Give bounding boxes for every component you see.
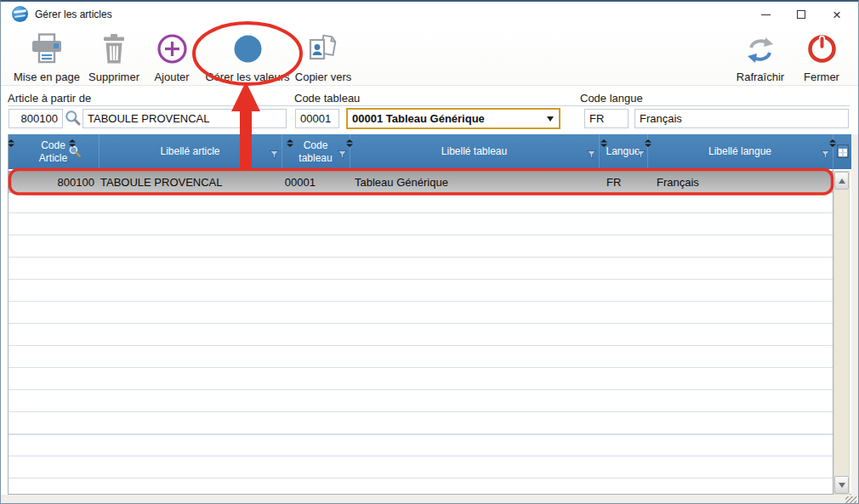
copy-to-icon — [307, 34, 339, 68]
plus-circle-icon — [156, 33, 188, 68]
form-underline — [8, 105, 850, 106]
window: Gérer les articles × Mise en page — [0, 0, 859, 504]
rafraichir-button[interactable]: Rafraîchir — [731, 29, 790, 83]
cell-libelle-article: TABOULE PROVENCAL — [100, 176, 223, 189]
maximize-icon — [797, 10, 805, 19]
copier-vers-button[interactable]: Copier vers — [294, 29, 352, 83]
column-chooser-icon[interactable] — [837, 144, 849, 161]
dropdown-arrow-icon[interactable] — [542, 110, 559, 127]
gerer-les-valeurs-label: Gérer les valeurs — [206, 71, 290, 83]
close-button[interactable]: × — [819, 2, 855, 27]
fermer-button[interactable]: Fermer — [794, 29, 849, 83]
mise-en-page-label: Mise en page — [14, 71, 80, 83]
maximize-button[interactable] — [783, 2, 819, 27]
filter-icon[interactable] — [270, 147, 279, 162]
search-magnifier-icon[interactable] — [65, 110, 81, 129]
window-title: Gérer les articles — [35, 8, 112, 20]
trash-icon — [101, 34, 127, 68]
supprimer-label: Supprimer — [88, 71, 139, 83]
empty-grid-rows[interactable] — [9, 193, 833, 494]
langue-code-input[interactable]: FR — [584, 109, 629, 128]
cell-langue: FR — [606, 176, 621, 189]
copier-vers-label: Copier vers — [295, 71, 351, 83]
column-separator — [282, 134, 282, 169]
scroll-up-button[interactable] — [834, 172, 849, 190]
title-bar: Gérer les articles × — [1, 2, 858, 27]
close-icon: × — [833, 8, 841, 22]
column-resize-handle[interactable] — [829, 135, 836, 150]
column-separator — [99, 134, 100, 169]
minimize-icon — [761, 14, 771, 15]
tableau-dropdown-value: 00001 Tableau Générique — [348, 112, 542, 125]
minimize-button[interactable] — [748, 2, 783, 27]
langue-group-label: Code langue — [580, 92, 643, 105]
article-code-input[interactable]: 800100 — [9, 109, 63, 128]
app-logo-icon — [12, 6, 28, 22]
toolbar: Mise en page Supprimer — [1, 27, 858, 86]
filter-form: Article à partir de Code tableau Code la… — [1, 86, 858, 134]
tableau-code-input[interactable]: 00001 — [295, 109, 339, 128]
cell-libelle-tableau: Tableau Générique — [355, 176, 448, 189]
scroll-up-icon — [839, 178, 845, 184]
scroll-down-button[interactable] — [834, 476, 849, 494]
column-resize-handle[interactable] — [8, 135, 14, 150]
window-frame-right — [851, 134, 858, 495]
column-header-libelle-tableau[interactable]: Libellé tableau — [350, 134, 599, 169]
supprimer-button[interactable]: Supprimer — [83, 29, 145, 83]
column-header-libelle-langue[interactable]: Libellé langue — [647, 134, 833, 169]
vertical-scrollbar[interactable] — [833, 171, 850, 495]
printer-icon — [30, 33, 64, 68]
mise-en-page-button[interactable]: Mise en page — [9, 29, 84, 83]
ajouter-button[interactable]: Ajouter — [147, 29, 196, 83]
column-resize-handle[interactable] — [346, 135, 353, 150]
fermer-label: Fermer — [804, 71, 839, 83]
tableau-dropdown[interactable]: 00001 Tableau Générique — [346, 108, 560, 129]
column-resize-handle[interactable] — [69, 135, 76, 150]
refresh-icon — [745, 37, 776, 68]
power-icon — [806, 33, 838, 68]
column-resize-handle[interactable] — [287, 135, 293, 150]
rafraichir-label: Rafraîchir — [737, 71, 784, 83]
blue-circle-icon — [232, 33, 264, 68]
cell-libelle-langue: Français — [657, 176, 699, 189]
filter-icon[interactable] — [587, 147, 596, 162]
grid-border — [8, 134, 9, 495]
column-separator — [599, 134, 600, 169]
gerer-les-valeurs-button[interactable]: Gérer les valeurs — [201, 29, 294, 83]
column-resize-handle[interactable] — [600, 135, 607, 150]
tableau-group-label: Code tableau — [294, 92, 360, 105]
grid-header: Code Article Libellé article Code tablea… — [8, 134, 851, 169]
column-header-code-article[interactable]: Code Article — [8, 134, 99, 169]
article-name-input[interactable]: TABOULE PROVENCAL — [82, 109, 287, 128]
column-resize-handle[interactable] — [645, 135, 651, 150]
article-group-label: Article à partir de — [8, 92, 91, 105]
langue-name-input[interactable]: Français — [634, 109, 849, 128]
cell-code-tableau: 00001 — [282, 176, 316, 189]
window-controls: × — [748, 2, 855, 27]
cell-code-article: 800100 — [9, 176, 94, 189]
scroll-down-icon — [839, 483, 845, 488]
ajouter-label: Ajouter — [154, 71, 189, 83]
table-row-selected[interactable]: 800100 TABOULE PROVENCAL 00001 Tableau G… — [9, 171, 833, 193]
column-header-libelle-article[interactable]: Libellé article — [99, 134, 282, 169]
